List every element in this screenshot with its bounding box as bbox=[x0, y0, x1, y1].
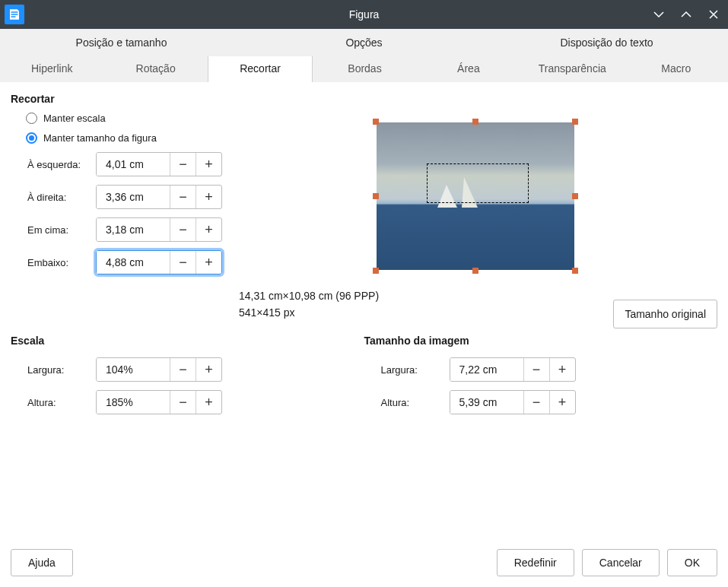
crop-bottom-label: Embaixo: bbox=[27, 257, 96, 268]
radio-keep-image-size-label[interactable]: Manter tamanho da figura bbox=[43, 132, 157, 144]
tab-area[interactable]: Área bbox=[417, 56, 520, 82]
scale-width-label: Largura: bbox=[27, 364, 96, 376]
increment-button[interactable]: + bbox=[196, 391, 221, 414]
tab-hyperlink[interactable]: Hiperlink bbox=[0, 56, 103, 82]
crop-right-field: − + bbox=[96, 185, 222, 209]
ok-button[interactable]: OK bbox=[667, 549, 717, 576]
tab-rotation[interactable]: Rotação bbox=[103, 56, 207, 82]
crop-left-field: − + bbox=[96, 152, 222, 176]
image-preview[interactable] bbox=[377, 122, 574, 270]
resize-handle[interactable] bbox=[373, 119, 379, 125]
tab-transparency[interactable]: Transparência bbox=[520, 56, 624, 82]
crop-rectangle[interactable] bbox=[427, 163, 529, 203]
crop-right-label: À direita: bbox=[27, 192, 96, 203]
app-icon bbox=[5, 5, 24, 24]
scale-width-input[interactable] bbox=[97, 358, 170, 381]
increment-button[interactable]: + bbox=[196, 358, 221, 381]
tab-text-wrap[interactable]: Disposição do texto bbox=[485, 29, 728, 56]
tab-position-size[interactable]: Posição e tamanho bbox=[0, 29, 243, 56]
decrement-button[interactable]: − bbox=[523, 391, 549, 414]
image-height-field: − + bbox=[450, 390, 576, 414]
crop-section-title: Recortar bbox=[11, 93, 717, 105]
tab-crop[interactable]: Recortar bbox=[208, 56, 313, 82]
tabs-secondary: Hiperlink Rotação Recortar Bordas Área T… bbox=[0, 56, 728, 82]
increment-button[interactable]: + bbox=[196, 218, 221, 241]
decrement-button[interactable]: − bbox=[170, 218, 196, 241]
reset-button[interactable]: Redefinir bbox=[497, 549, 574, 576]
image-height-label: Altura: bbox=[381, 397, 450, 408]
increment-button[interactable]: + bbox=[196, 186, 221, 208]
dialog-footer: Ajuda Redefinir Cancelar OK bbox=[0, 538, 728, 587]
decrement-button[interactable]: − bbox=[170, 358, 196, 381]
crop-top-field: − + bbox=[96, 217, 222, 242]
maximize-icon[interactable] bbox=[678, 6, 695, 23]
resize-handle[interactable] bbox=[572, 119, 578, 125]
crop-bottom-input[interactable] bbox=[97, 251, 170, 274]
tab-macro[interactable]: Macro bbox=[625, 56, 728, 82]
increment-button[interactable]: + bbox=[549, 358, 575, 381]
tab-borders[interactable]: Bordas bbox=[313, 56, 416, 82]
crop-right-input[interactable] bbox=[97, 186, 170, 208]
resize-handle[interactable] bbox=[472, 268, 478, 274]
decrement-button[interactable]: − bbox=[170, 153, 196, 176]
resize-handle[interactable] bbox=[572, 193, 578, 199]
scale-width-field: − + bbox=[96, 357, 222, 382]
radio-keep-image-size[interactable] bbox=[26, 132, 37, 144]
image-size-section-title: Tamanho da imagem bbox=[364, 335, 718, 347]
minimize-icon[interactable] bbox=[650, 6, 667, 23]
decrement-button[interactable]: − bbox=[170, 251, 196, 274]
decrement-button[interactable]: − bbox=[170, 391, 196, 414]
increment-button[interactable]: + bbox=[549, 391, 575, 414]
radio-keep-scale-label[interactable]: Manter escala bbox=[43, 113, 106, 124]
image-width-input[interactable] bbox=[450, 358, 523, 381]
window-title: Figura bbox=[0, 8, 728, 21]
resize-handle[interactable] bbox=[472, 119, 478, 125]
original-size-button[interactable]: Tamanho original bbox=[613, 300, 717, 328]
scale-height-label: Altura: bbox=[27, 397, 96, 408]
help-button[interactable]: Ajuda bbox=[11, 549, 73, 576]
resize-handle[interactable] bbox=[373, 193, 379, 199]
dialog-body: Recortar Manter escala Manter tamanho da… bbox=[0, 82, 728, 538]
image-width-label: Largura: bbox=[381, 364, 450, 376]
resize-handle[interactable] bbox=[373, 268, 379, 274]
radio-keep-scale[interactable] bbox=[26, 113, 37, 124]
tab-options[interactable]: Opções bbox=[243, 29, 485, 56]
resize-handle[interactable] bbox=[572, 268, 578, 274]
close-icon[interactable] bbox=[705, 6, 722, 23]
crop-top-label: Em cima: bbox=[27, 224, 96, 236]
crop-left-input[interactable] bbox=[97, 153, 170, 176]
titlebar: Figura bbox=[0, 0, 728, 29]
decrement-button[interactable]: − bbox=[170, 186, 196, 208]
crop-left-label: À esquerda: bbox=[27, 159, 96, 170]
scale-section-title: Escala bbox=[11, 335, 364, 347]
crop-bottom-field: − + bbox=[96, 250, 222, 274]
image-height-input[interactable] bbox=[450, 391, 523, 414]
increment-button[interactable]: + bbox=[196, 153, 221, 176]
decrement-button[interactable]: − bbox=[523, 358, 549, 381]
scale-height-input[interactable] bbox=[97, 391, 170, 414]
scale-height-field: − + bbox=[96, 390, 222, 414]
tabs-primary: Posição e tamanho Opções Disposição do t… bbox=[0, 29, 728, 56]
increment-button[interactable]: + bbox=[196, 251, 221, 274]
cancel-button[interactable]: Cancelar bbox=[582, 549, 660, 576]
image-width-field: − + bbox=[450, 357, 576, 382]
crop-top-input[interactable] bbox=[97, 218, 170, 241]
